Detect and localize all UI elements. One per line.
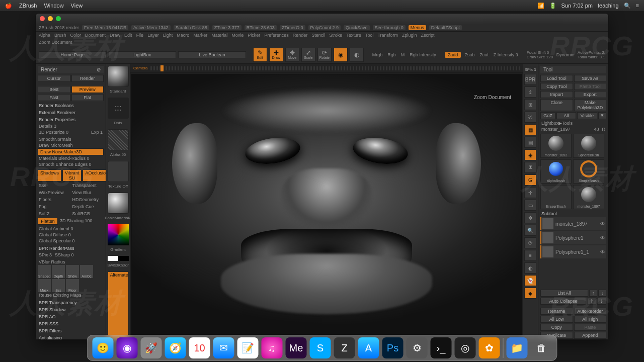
menu-movie[interactable]: Movie [231,33,244,38]
arrow-up-icon[interactable]: ↑ [589,290,597,297]
all-low-button[interactable]: All Low [540,316,573,323]
menu-layer[interactable]: Layer [147,33,159,38]
move-mode-button[interactable]: ✥Move [285,48,299,62]
list-all-button[interactable]: List All [540,290,588,297]
vblur-slider[interactable]: VBlur Radius [38,259,104,265]
bpr-button[interactable]: BPR [524,74,536,85]
paste-subtool-button[interactable]: Paste [574,324,607,331]
cursor-button[interactable]: Cursor [38,75,70,82]
dock-itunes[interactable]: ♫ [262,337,283,358]
dock-terminal[interactable]: ›_ [431,337,452,358]
persp-button[interactable]: ▦ [524,124,536,135]
bpr-renderpass-section[interactable]: BPR RenderPass [38,246,104,251]
gvz-button[interactable]: G [524,174,536,186]
menu-texture[interactable]: Texture [346,33,361,38]
bpr-transparency-section[interactable]: BPR Transparency [38,300,104,305]
menu-preferences[interactable]: Preferences [264,33,289,38]
copy-tool-button[interactable]: Copy Tool [540,83,573,90]
floor-button[interactable]: ▤ [524,137,536,148]
all-high-button[interactable]: All High [574,316,607,323]
timeline[interactable]: Camera [130,64,523,73]
view-blur-button[interactable]: View Blur [71,190,104,196]
shadows-button[interactable]: Shadows [38,169,61,182]
rotate-view-button[interactable]: ⟳ [524,237,536,248]
append-button[interactable]: Append [574,332,607,339]
local-button[interactable]: ◉ [524,149,536,160]
auto-reorder-button[interactable]: AutoReorder [574,308,607,315]
spix-label[interactable]: SPix 3 [523,67,537,72]
import-button[interactable]: Import [540,91,573,98]
menu-color[interactable]: Color [70,33,82,38]
draw-mode-button[interactable]: ✚Draw [269,48,283,62]
user-name[interactable]: teaching [598,3,619,9]
tool-thumb-eraserbrush[interactable]: EraserBrush [540,185,572,209]
render-header[interactable]: Render⊘ [38,66,104,73]
scroll-button[interactable]: ⇕ [524,86,536,98]
menu-macro[interactable]: Macro [177,33,189,38]
best-button[interactable]: Best [38,86,70,93]
reuse-maps-button[interactable]: Reuse Existing Maps [38,292,104,298]
menu-brush[interactable]: Brush [54,33,66,38]
bpr-sss-section[interactable]: BPR SSS [38,321,104,326]
render-button[interactable]: Render [71,75,104,82]
fast-button[interactable]: Fast [38,94,70,101]
clone-button[interactable]: Clone [540,99,573,111]
pass-sss[interactable]: Sss [52,279,65,292]
global-ambient-slider[interactable]: Global Ambient 0 [38,226,104,232]
draw-noisemaker-button[interactable]: Draw NoiseMaker3D [38,148,104,155]
pass-amoc[interactable]: AmOc [80,265,93,278]
move-up-icon[interactable]: ⇑ [587,298,596,305]
menu-light[interactable]: Light [163,33,173,38]
aahalf-button[interactable]: ½ [524,112,536,123]
softz-button[interactable]: SoftZ [38,211,70,217]
render-booleans-section[interactable]: Render Booleans [38,103,104,108]
tool-thumb-monster1897[interactable]: monster_1897 [573,185,604,209]
menu-marker[interactable]: Marker [193,33,207,38]
menu-draw[interactable]: Draw [110,33,120,38]
arrow-down-icon[interactable]: ↓ [598,290,606,297]
hdgeometry-button[interactable]: HDGeometry [71,197,104,203]
scale-mode-button[interactable]: ⤢Scale [301,48,315,62]
transparent-button[interactable]: Transparent [71,183,104,189]
move-down-icon[interactable]: ⇓ [597,298,606,305]
subtool-item-0[interactable]: monster_1897👁 [540,217,606,230]
home-page-button[interactable]: Home Page [39,51,107,58]
rgb-label[interactable]: Rgb [386,52,397,57]
bpr-ao-section[interactable]: BPR AO [38,314,104,319]
bpr-shadow-section[interactable]: BPR Shadow [38,307,104,312]
pass-shaded[interactable]: Shaded [38,265,51,278]
tool-thumb-alphabrush[interactable]: AlphaBrush [540,159,572,184]
dock-folder[interactable]: 📁 [507,337,528,358]
lightbox-tools-button[interactable]: Lightbox▶Tools [540,120,606,126]
lightbox-button[interactable]: LightBox [109,51,177,58]
rename-button[interactable]: Rename [540,308,573,315]
fibers-button[interactable]: Fibers [38,197,70,203]
menu-zplugin[interactable]: Zplugin [402,33,417,38]
dock-mail[interactable]: ✉ [213,337,234,358]
menu-alpha[interactable]: Alpha [39,33,50,38]
brush-thumb[interactable] [108,66,129,87]
make-polymesh-button[interactable]: Make PolyMesh3D [574,99,607,111]
menu-stroke[interactable]: Stroke [329,33,342,38]
gradient-label[interactable]: Gradient [110,247,126,252]
edit-mode-button[interactable]: ✎Edit [253,48,267,62]
xyz-button[interactable]: ✛ [524,187,536,198]
apple-icon[interactable]: 🍎 [5,3,12,9]
copy-subtool-button[interactable]: Copy [540,324,573,331]
softrgb-button[interactable]: SoftRGB [71,211,104,217]
subtool-section[interactable]: Subtool [540,211,606,216]
ssharp-slider[interactable]: SSharp 0 [54,252,75,258]
viewport[interactable]: Zoom Document [131,74,522,338]
zadd-button[interactable]: Zadd [445,52,461,58]
dock-sysprefs[interactable]: ⚙ [407,337,428,358]
color-picker[interactable] [108,224,129,245]
goz-all-button[interactable]: All [556,112,576,119]
stroke-thumb[interactable]: • • •• • • [108,98,129,119]
smooth-enhance-slider[interactable]: Smooth Enhance Edges 0 [38,161,104,167]
z-intensity-label[interactable]: Z Intensity 9 [492,52,520,57]
menu-tool[interactable]: Tool [365,33,374,38]
goz-r-button[interactable]: R [598,112,607,119]
ao-button[interactable]: AOcclusio [83,169,106,182]
depth-cue-button[interactable]: Depth Cue [71,204,104,210]
transp-button[interactable]: ◐ [524,262,536,274]
